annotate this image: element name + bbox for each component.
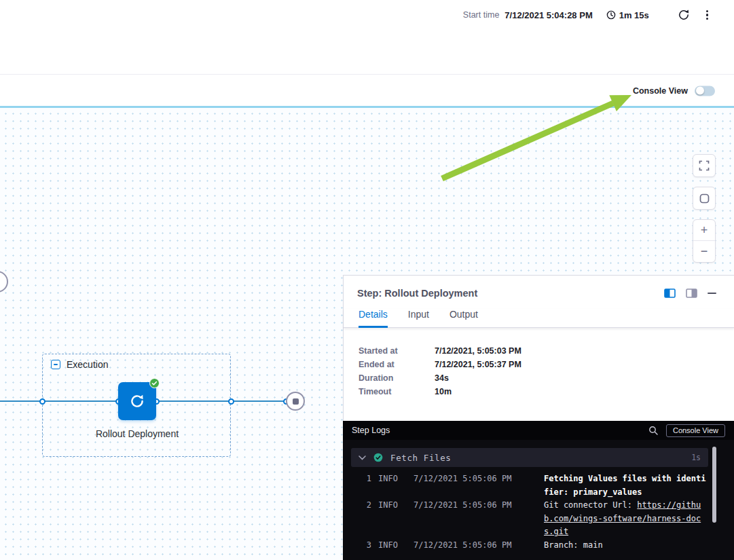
detail-value: 7/12/2021, 5:05:37 PM: [435, 360, 719, 369]
detail-label: Started at: [359, 347, 435, 356]
log-line: 1 INFO 7/12/2021 5:05:06 PM Fetching Val…: [351, 472, 708, 499]
minimize-icon: [708, 293, 716, 294]
detail-label: Duration: [359, 374, 435, 383]
top-bar: Start time 7/12/2021 5:04:28 PM 1m 15s: [0, 0, 734, 75]
start-time-value: 7/12/2021 5:04:28 PM: [504, 10, 592, 20]
split-view-right-icon[interactable]: [686, 288, 697, 298]
console-view-label: Console View: [633, 86, 688, 96]
tab-details[interactable]: Details: [359, 309, 388, 328]
rollout-deployment-node[interactable]: [118, 382, 156, 420]
console-view-bar: Console View: [0, 75, 734, 106]
log-timestamp: 7/12/2021 5:05:06 PM: [414, 539, 537, 553]
toggle-knob: [696, 87, 704, 95]
log-line-number: 1: [351, 472, 371, 499]
fit-to-view-button[interactable]: [693, 187, 716, 210]
detail-label: Timeout: [359, 388, 435, 396]
step-details-list: Started at 7/12/2021, 5:05:03 PM Ended a…: [344, 328, 734, 396]
check-icon: [151, 380, 158, 386]
execution-group-label: Execution: [67, 359, 108, 370]
fit-view-icon: [699, 193, 710, 204]
log-timestamp: 7/12/2021 5:05:06 PM: [414, 472, 537, 499]
logs-body[interactable]: Fetch Files 1s 1 INFO 7/12/2021 5:05:06 …: [343, 440, 734, 560]
log-search-button[interactable]: [648, 426, 658, 435]
fullscreen-button[interactable]: [693, 154, 716, 177]
log-line-number: 3: [351, 539, 371, 553]
chevron-down-icon: [359, 455, 366, 460]
edge-port: [39, 398, 45, 405]
success-badge: [149, 378, 160, 388]
detail-label: Ended at: [359, 360, 435, 369]
log-message: Git connector Url: https://github.com/wi…: [544, 499, 708, 539]
log-level: INFO: [378, 472, 407, 499]
split-view-left-icon[interactable]: [664, 288, 676, 298]
logs-scrollbar[interactable]: [712, 447, 716, 523]
fullscreen-icon: [699, 160, 710, 171]
node-label: Rollout Deployment: [90, 426, 185, 441]
refresh-icon: [678, 9, 690, 21]
logs-console-view-button[interactable]: Console View: [666, 424, 725, 437]
step-logs-panel: Step Logs Console View Fetch Files 1s 1 …: [343, 421, 734, 560]
log-line: 3 INFO 7/12/2021 5:05:06 PM Branch: main: [351, 539, 708, 553]
step-logs-title: Step Logs: [352, 426, 390, 435]
log-line-number: 2: [351, 499, 371, 539]
elapsed-time-value: 1m 15s: [619, 10, 649, 20]
collapse-group-icon[interactable]: [51, 360, 60, 369]
elapsed-time: 1m 15s: [606, 10, 649, 20]
detail-value: 34s: [435, 374, 719, 383]
detail-value: 7/12/2021, 5:05:03 PM: [435, 347, 719, 356]
log-message-text: Git connector Url:: [544, 500, 637, 510]
end-node: [286, 392, 305, 411]
clipped-start-node: [0, 271, 8, 293]
tab-input[interactable]: Input: [408, 309, 429, 327]
step-success-icon: [373, 453, 383, 462]
log-section-title: Fetch Files: [390, 453, 451, 463]
canvas-controls: + −: [693, 154, 716, 263]
log-line: 2 INFO 7/12/2021 5:05:06 PM Git connecto…: [351, 499, 708, 539]
step-panel-tabs: Details Input Output: [344, 309, 734, 327]
zoom-out-button[interactable]: −: [693, 241, 715, 262]
search-icon: [648, 426, 658, 435]
step-details-panel: Step: Rollout Deployment Details Input O…: [343, 275, 734, 421]
clock-icon: [606, 10, 616, 20]
zoom-in-button[interactable]: +: [693, 220, 715, 241]
log-level: INFO: [378, 499, 407, 539]
execution-meta: Start time 7/12/2021 5:04:28 PM 1m 15s: [463, 7, 711, 23]
edge-port: [228, 398, 234, 405]
more-options-button[interactable]: [703, 9, 711, 22]
log-message: Branch: main: [544, 539, 708, 553]
log-level: INFO: [378, 539, 407, 553]
minimize-panel-button[interactable]: [708, 293, 716, 294]
log-timestamp: 7/12/2021 5:05:06 PM: [414, 499, 537, 539]
start-time-label: Start time: [463, 10, 500, 20]
rollout-icon: [128, 392, 146, 410]
log-message: Fetching Values files with identifier: p…: [544, 472, 708, 499]
tab-output[interactable]: Output: [449, 309, 478, 327]
console-view-toggle[interactable]: [695, 86, 715, 96]
log-section-duration: 1s: [691, 453, 701, 462]
refresh-button[interactable]: [678, 9, 690, 21]
step-panel-title: Step: Rollout Deployment: [357, 288, 477, 299]
detail-value: 10m: [435, 388, 719, 396]
log-section-header[interactable]: Fetch Files 1s: [351, 448, 708, 467]
